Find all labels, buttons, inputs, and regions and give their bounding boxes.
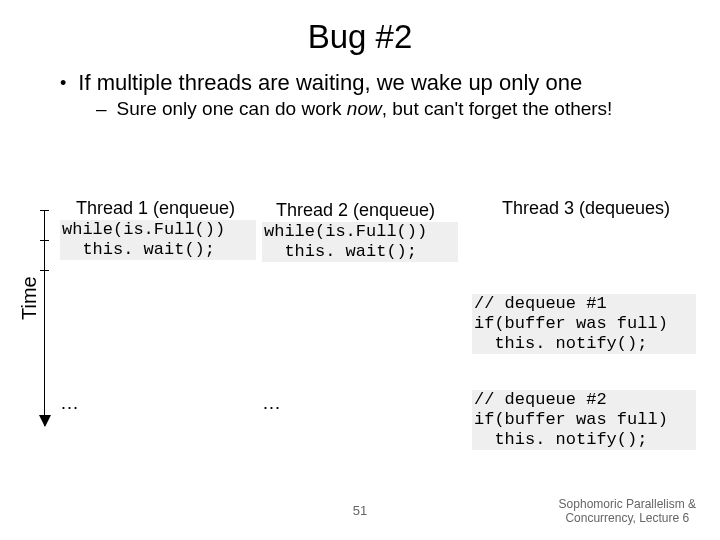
thread2-code: while(is.Full()) this. wait(); (262, 222, 458, 262)
bullet-dash-icon: – (96, 98, 107, 120)
bullet2-text: Sure only one can do work now, but can't… (117, 98, 613, 120)
thread1-dots: … (60, 392, 79, 414)
timeline-area: Time Thread 1 (enqueue) while(is.Full())… (24, 198, 696, 478)
axis-tick (40, 210, 49, 211)
footer: Sophomoric Parallelism & Concurrency, Le… (559, 498, 696, 526)
slide: Bug #2 • If multiple threads are waiting… (0, 0, 720, 540)
thread1-code: while(is.Full()) this. wait(); (60, 220, 256, 260)
bullet1-text: If multiple threads are waiting, we wake… (78, 70, 582, 95)
bullet-list: • If multiple threads are waiting, we wa… (60, 70, 694, 120)
bullet2-post: , but can't forget the others! (382, 98, 613, 119)
footer-line1: Sophomoric Parallelism & (559, 498, 696, 512)
time-axis-label: Time (18, 276, 41, 320)
axis-tick (40, 240, 49, 241)
axis-tick (40, 270, 49, 271)
thread3-header: Thread 3 (dequeues) (502, 198, 670, 219)
time-axis (44, 210, 45, 426)
bullet-dot-icon: • (60, 70, 66, 96)
thread1-header: Thread 1 (enqueue) (76, 198, 235, 219)
bullet-level2: – Sure only one can do work now, but can… (96, 98, 694, 120)
thread2-dots: … (262, 392, 281, 414)
thread3-code2: // dequeue #2 if(buffer was full) this. … (472, 390, 696, 450)
thread2-header: Thread 2 (enqueue) (276, 200, 435, 221)
bullet2-now: now (347, 98, 382, 119)
footer-line2: Concurrency, Lecture 6 (559, 512, 696, 526)
bullet-level1: • If multiple threads are waiting, we wa… (60, 70, 694, 96)
thread3-code1: // dequeue #1 if(buffer was full) this. … (472, 294, 696, 354)
bullet2-pre: Sure only one can do work (117, 98, 347, 119)
slide-title: Bug #2 (26, 18, 694, 56)
